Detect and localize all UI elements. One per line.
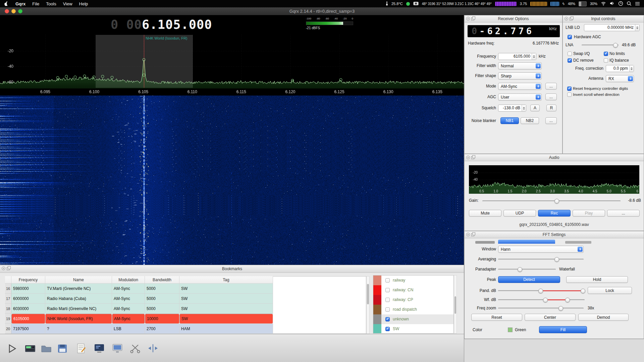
freq-correction-input[interactable]: 0.0 ppm bbox=[606, 65, 634, 72]
averaging-knob[interactable] bbox=[554, 257, 559, 262]
agc-select[interactable]: User bbox=[498, 94, 542, 101]
bookmarks-header[interactable]: Bookmarks bbox=[0, 265, 464, 273]
audio-gain-slider[interactable] bbox=[482, 200, 621, 201]
wf-db-max-knob[interactable] bbox=[565, 298, 570, 302]
remote-control-button[interactable] bbox=[93, 342, 105, 356]
cell-bandwidth[interactable]: 10000 bbox=[145, 314, 179, 324]
tag-row[interactable]: railway bbox=[373, 276, 453, 286]
nb1-button[interactable]: NB1 bbox=[500, 117, 519, 124]
close-icon[interactable] bbox=[466, 17, 470, 20]
stepper-icon[interactable] bbox=[629, 65, 634, 72]
window-title-bar[interactable]: Gqrx 2.14.4 - rtl=0,direct_samp=3 bbox=[0, 7, 644, 15]
close-window-button[interactable] bbox=[5, 9, 9, 13]
io-devices-button[interactable] bbox=[24, 342, 36, 356]
volume-icon[interactable] bbox=[609, 1, 615, 6]
minimize-window-button[interactable] bbox=[11, 9, 16, 13]
peak-detect-button[interactable]: Detect bbox=[498, 276, 560, 283]
cell-name[interactable]: ? bbox=[45, 324, 112, 334]
spotlight-icon[interactable] bbox=[627, 1, 632, 7]
thermometer-icon[interactable] bbox=[386, 1, 388, 6]
gpu-history-graph[interactable] bbox=[495, 2, 517, 6]
cell-name[interactable]: Radio Marti (Greenville NC) bbox=[45, 304, 112, 314]
start-dsp-button[interactable] bbox=[7, 344, 17, 355]
agc-options-button[interactable]: ... bbox=[545, 94, 557, 100]
mode-select[interactable]: AM-Sync bbox=[498, 83, 542, 90]
tuning-offset-display[interactable]: 0-62.776 kHz bbox=[468, 25, 560, 37]
clock-icon[interactable] bbox=[618, 1, 623, 7]
cell-frequency[interactable]: 6000000 bbox=[11, 294, 45, 304]
freq-zoom-slider[interactable] bbox=[498, 308, 584, 309]
memory-graph[interactable] bbox=[550, 2, 559, 6]
cell-bandwidth[interactable]: 5000 bbox=[145, 304, 179, 314]
udp-button[interactable]: UDP bbox=[503, 210, 536, 217]
receiver-options-header[interactable]: Receiver Options bbox=[465, 15, 562, 22]
wf-db-range-slider[interactable] bbox=[498, 299, 585, 300]
apple-menu[interactable] bbox=[4, 0, 9, 7]
no-limits-checkbox[interactable] bbox=[604, 52, 608, 56]
pan-waterfall-split-slider[interactable] bbox=[498, 269, 556, 270]
cell-name[interactable]: TV.Marti (Greenville NC) bbox=[45, 284, 112, 294]
bookmark-label[interactable]: NHK World (Issodun, FR) bbox=[146, 36, 187, 40]
lock-button[interactable]: Lock bbox=[588, 287, 632, 294]
squelch-input[interactable]: -138.0 dB bbox=[498, 105, 526, 112]
nb-options-button[interactable]: ... bbox=[545, 117, 557, 124]
dc-remove-checkbox[interactable] bbox=[568, 58, 572, 63]
spectrum-canvas[interactable] bbox=[0, 35, 464, 96]
squelch-reset-button[interactable]: R bbox=[546, 105, 556, 111]
tag-checkbox[interactable] bbox=[385, 288, 390, 292]
tag-list-scrollbar[interactable] bbox=[454, 275, 457, 334]
input-controls-header[interactable]: Input controls bbox=[563, 15, 644, 22]
center-fft-button[interactable] bbox=[147, 342, 159, 356]
tag-checkbox[interactable] bbox=[385, 298, 390, 302]
reset-button[interactable]: Reset bbox=[471, 314, 522, 321]
zoom-window-button[interactable] bbox=[18, 9, 22, 13]
pand-db-min-knob[interactable] bbox=[538, 289, 543, 293]
cell-name[interactable]: Radio Habana (Cuba) bbox=[45, 294, 112, 304]
freq-zoom-knob[interactable] bbox=[558, 306, 563, 311]
tag-checkbox[interactable] bbox=[385, 278, 390, 283]
averaging-slider[interactable] bbox=[498, 259, 584, 260]
center-button[interactable]: Center bbox=[525, 314, 576, 321]
cell-tag[interactable]: SW bbox=[179, 314, 273, 324]
stepper-icon[interactable] bbox=[635, 24, 639, 31]
mute-button[interactable]: Mute bbox=[469, 210, 501, 217]
camera-icon[interactable] bbox=[413, 1, 419, 6]
stepper-icon[interactable] bbox=[532, 53, 536, 60]
tag-row[interactable]: SW bbox=[373, 324, 453, 334]
tag-checkbox[interactable] bbox=[385, 307, 390, 312]
filter-shape-select[interactable]: Sharp bbox=[498, 72, 542, 79]
tag-row[interactable]: road dispatch bbox=[373, 305, 453, 315]
close-icon[interactable] bbox=[466, 233, 470, 236]
battery-gauge-icon[interactable] bbox=[579, 1, 587, 6]
tag-row[interactable]: unknown bbox=[373, 314, 453, 324]
lnb-lo-input[interactable]: 0.000000 MHz bbox=[584, 24, 640, 31]
cell-frequency[interactable]: 7197500 bbox=[11, 324, 45, 334]
squelch-auto-button[interactable]: A bbox=[530, 105, 540, 111]
cell-frequency[interactable]: 6030000 bbox=[11, 304, 45, 314]
cell-modulation[interactable]: AM-Sync bbox=[112, 314, 145, 324]
tag-row[interactable]: railway: CN bbox=[373, 285, 453, 295]
table-scrollbar-thumb[interactable] bbox=[367, 284, 369, 304]
cell-modulation[interactable]: AM-Sync bbox=[112, 294, 145, 304]
menu-tools[interactable]: Tools bbox=[46, 1, 56, 6]
tag-scrollbar-thumb[interactable] bbox=[454, 296, 456, 314]
close-icon[interactable] bbox=[565, 17, 568, 20]
play-button[interactable]: Play bbox=[573, 210, 605, 217]
record-button[interactable]: Rec bbox=[538, 210, 571, 217]
hardware-agc-checkbox[interactable] bbox=[568, 35, 572, 39]
invert-scroll-checkbox[interactable] bbox=[567, 93, 572, 97]
pand-db-range-slider[interactable] bbox=[498, 290, 585, 291]
wf-db-min-knob[interactable] bbox=[543, 298, 548, 302]
control-center-icon[interactable] bbox=[635, 1, 640, 6]
display-settings-button[interactable] bbox=[111, 342, 123, 356]
swap-iq-checkbox[interactable] bbox=[568, 52, 572, 56]
cell-frequency[interactable]: 5980000 bbox=[11, 284, 45, 294]
pand-db-max-knob[interactable] bbox=[581, 289, 585, 293]
tuned-frequency-display[interactable]: 0 006.105.000 bbox=[111, 16, 212, 34]
lna-slider-knob[interactable] bbox=[613, 43, 618, 48]
clipped-dropdown-fragment[interactable] bbox=[498, 240, 555, 244]
dock-splitter[interactable] bbox=[464, 15, 464, 362]
detach-icon[interactable] bbox=[471, 233, 474, 236]
tag-row[interactable]: railway: CP bbox=[373, 295, 453, 305]
close-icon[interactable] bbox=[466, 156, 470, 159]
